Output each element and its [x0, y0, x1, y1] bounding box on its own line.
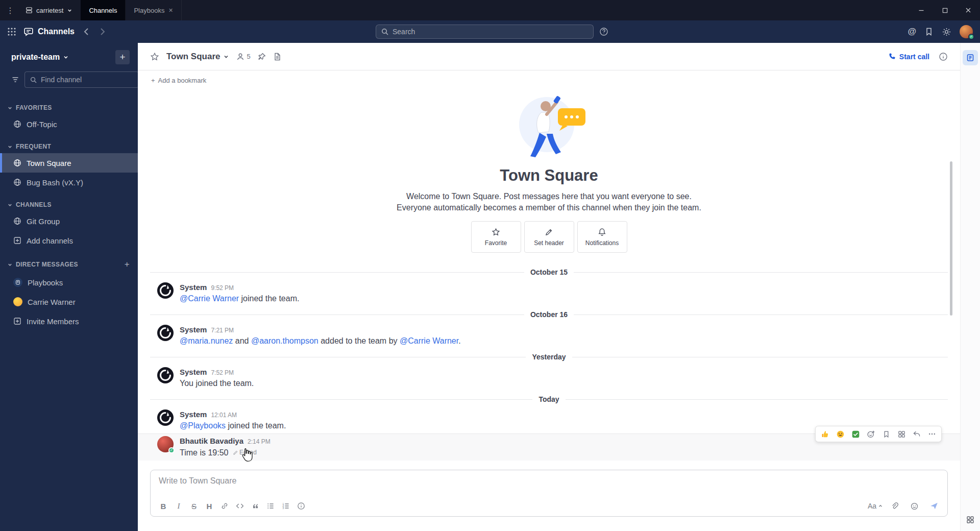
- favorite-button[interactable]: Favorite: [471, 221, 521, 253]
- product-grid-icon[interactable]: [966, 516, 974, 524]
- global-header-right: @ ✓: [908, 25, 973, 38]
- system-message: System 7:52 PM You joined the team.: [138, 365, 960, 391]
- tab-playbooks[interactable]: Playbooks ×: [126, 0, 181, 20]
- sidebar-item-bug-bash[interactable]: Bug Bash (vX.Y): [0, 173, 138, 192]
- message-composer[interactable]: B I S H: [150, 470, 948, 517]
- app-menu-icon[interactable]: ⋮: [0, 0, 20, 20]
- bookmark-bar: + Add a bookmark: [138, 70, 960, 90]
- composer-right-controls: Aa: [868, 499, 942, 513]
- message-sender[interactable]: System: [180, 325, 207, 335]
- section-header-frequent[interactable]: FREQUENT: [0, 140, 138, 153]
- globe-icon: [13, 159, 21, 167]
- link-button[interactable]: [217, 499, 232, 513]
- mention-link[interactable]: @Carrie Warner: [180, 294, 239, 303]
- find-channel-box[interactable]: [24, 71, 139, 88]
- global-search[interactable]: [376, 25, 594, 39]
- message-sender[interactable]: Bhautik Bavadiya: [180, 436, 243, 446]
- member-count-button[interactable]: 5: [236, 53, 250, 61]
- start-call-button[interactable]: Start call: [888, 53, 929, 61]
- tab-channels[interactable]: Channels: [81, 0, 126, 20]
- filter-icon[interactable]: [11, 76, 19, 84]
- playbooks-appbar-icon[interactable]: [963, 50, 978, 65]
- reaction-white-check-mark-icon[interactable]: [848, 428, 863, 440]
- find-channel-input[interactable]: [41, 76, 133, 84]
- more-actions-icon[interactable]: [925, 428, 939, 440]
- system-message: System 7:21 PM @maria.nunez and @aaron.t…: [138, 323, 960, 349]
- user-avatar[interactable]: ✓: [960, 25, 973, 38]
- channel-name-menu[interactable]: Town Square: [166, 52, 229, 62]
- strikethrough-button[interactable]: S: [186, 499, 202, 513]
- send-message-button[interactable]: [926, 499, 942, 513]
- section-header-direct-messages[interactable]: DIRECT MESSAGES +: [0, 256, 138, 273]
- scrollbar-thumb[interactable]: [950, 161, 952, 316]
- system-avatar[interactable]: [157, 409, 174, 426]
- channel-info-icon[interactable]: [939, 52, 948, 61]
- message-input[interactable]: [151, 470, 947, 496]
- channel-label: Git Group: [27, 217, 60, 226]
- dm-label: Carrie Warner: [28, 298, 76, 306]
- formatting-toggle-button[interactable]: Aa: [868, 502, 883, 510]
- mention-link[interactable]: @aaron.thompson: [251, 336, 318, 345]
- save-message-icon[interactable]: [879, 428, 893, 440]
- add-channel-button[interactable]: +: [115, 50, 130, 64]
- forward-icon[interactable]: [97, 27, 107, 37]
- search-input[interactable]: [393, 28, 588, 36]
- sidebar-item-off-topic[interactable]: Off-Topic: [0, 114, 138, 134]
- sidebar-item-playbooks-dm[interactable]: Playbooks: [0, 273, 138, 292]
- sidebar-item-invite-members[interactable]: Invite Members: [0, 311, 138, 331]
- minimize-button[interactable]: [910, 0, 933, 20]
- add-direct-message-icon[interactable]: +: [125, 259, 130, 270]
- channel-files-icon[interactable]: [273, 53, 281, 61]
- section-header-channels[interactable]: CHANNELS: [0, 198, 138, 211]
- add-reaction-icon[interactable]: [864, 428, 878, 440]
- bold-button[interactable]: B: [156, 499, 171, 513]
- add-bookmark-button[interactable]: + Add a bookmark: [151, 77, 206, 84]
- ordered-list-button[interactable]: 123: [278, 499, 293, 513]
- sidebar-item-add-channels[interactable]: Add channels: [0, 231, 138, 250]
- product-switcher-icon[interactable]: [7, 27, 16, 36]
- saved-messages-icon[interactable]: [924, 27, 934, 36]
- set-header-button[interactable]: Set header: [524, 221, 574, 253]
- maximize-button[interactable]: [933, 0, 957, 20]
- notifications-button[interactable]: Notifications: [577, 221, 627, 253]
- italic-button[interactable]: I: [171, 499, 186, 513]
- message-priority-icon[interactable]: [293, 499, 309, 513]
- sidebar-item-town-square[interactable]: Town Square: [0, 153, 138, 173]
- message-sender[interactable]: System: [180, 409, 207, 420]
- find-channel-row: [0, 71, 138, 88]
- team-menu-button[interactable]: private-team: [11, 53, 69, 62]
- sidebar-item-carrie-warner-dm[interactable]: Carrie Warner: [0, 292, 138, 311]
- emoji-picker-icon[interactable]: [906, 499, 922, 513]
- heading-button[interactable]: H: [202, 499, 217, 513]
- bullet-list-button[interactable]: [263, 499, 278, 513]
- reaction-smile-icon[interactable]: [833, 428, 847, 440]
- user-message-avatar[interactable]: ✓: [157, 436, 174, 452]
- favorite-star-icon[interactable]: [150, 52, 159, 61]
- settings-gear-icon[interactable]: [942, 27, 951, 37]
- mention-link[interactable]: @Playbooks: [180, 421, 226, 430]
- section-header-favorites[interactable]: FAVORITES: [0, 101, 138, 114]
- system-avatar[interactable]: [157, 325, 174, 341]
- close-window-button[interactable]: [957, 0, 980, 20]
- mention-link[interactable]: @maria.nunez: [180, 336, 233, 345]
- reply-icon[interactable]: [910, 428, 924, 440]
- mentions-icon[interactable]: @: [908, 27, 916, 37]
- system-avatar[interactable]: [157, 282, 174, 299]
- server-selector[interactable]: carrietest: [20, 0, 81, 20]
- close-tab-icon[interactable]: ×: [168, 7, 173, 14]
- code-button[interactable]: [232, 499, 248, 513]
- message-actions-icon[interactable]: [894, 428, 909, 440]
- reaction-thumbsup-icon[interactable]: [818, 428, 832, 440]
- date-divider: October 15: [150, 267, 948, 278]
- mention-link[interactable]: @Carrie Warner: [400, 336, 458, 345]
- message-sender[interactable]: System: [180, 367, 207, 377]
- sidebar-item-git-group[interactable]: Git Group: [0, 211, 138, 231]
- quote-button[interactable]: [248, 499, 263, 513]
- back-icon[interactable]: [82, 27, 92, 37]
- system-avatar[interactable]: [157, 367, 174, 383]
- help-icon[interactable]: [599, 27, 608, 36]
- message-sender[interactable]: System: [180, 282, 207, 293]
- attachment-paperclip-icon[interactable]: [887, 499, 902, 513]
- pinned-posts-icon[interactable]: [258, 53, 266, 61]
- online-status-icon: ✓: [168, 447, 175, 453]
